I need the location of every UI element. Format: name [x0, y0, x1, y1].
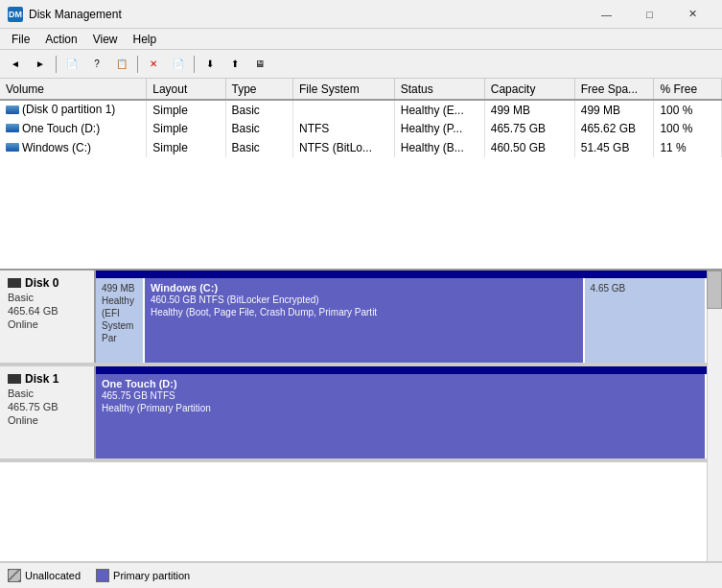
col-layout[interactable]: Layout: [147, 79, 225, 100]
vol-free-0: 499 MB: [574, 100, 654, 119]
window-controls: — □ ✕: [585, 0, 714, 29]
vol-status-1: Healthy (P...: [394, 119, 484, 138]
window-title: Disk Management: [29, 8, 585, 21]
disk-0-partitions: 499 MBHealthy (EFI System Par Windows (C…: [96, 270, 707, 363]
disk-view: Disk 0 Basic 465.64 GB Online 499 MBHeal…: [0, 270, 722, 561]
scrollbar-track[interactable]: [707, 270, 722, 561]
disk-0-partitions-row: 499 MBHealthy (EFI System Par Windows (C…: [96, 278, 707, 363]
toolbar-forward[interactable]: ►: [29, 54, 52, 75]
close-button[interactable]: ✕: [671, 0, 714, 29]
volume-row-1[interactable]: One Touch (D:) Simple Basic NTFS Healthy…: [0, 119, 722, 138]
vol-name-1: One Touch (D:): [0, 119, 147, 138]
vol-fs-1: NTFS: [293, 119, 395, 138]
disk-label-1: Disk 1 Basic 465.75 GB Online: [0, 366, 96, 459]
disk-0-p2-name: Windows (C:): [151, 282, 577, 294]
col-status[interactable]: Status: [394, 79, 484, 100]
vol-percent-1: 100 %: [654, 119, 722, 138]
legend: Unallocated Primary partition: [0, 561, 722, 588]
disk-0-partition-1[interactable]: 499 MBHealthy (EFI System Par: [96, 278, 145, 363]
vol-type-0: Basic: [225, 100, 293, 119]
disk-0-status: Online: [8, 318, 86, 330]
disk-0-bar: [96, 270, 707, 278]
legend-primary: Primary partition: [96, 569, 190, 582]
scrollbar-thumb[interactable]: [707, 270, 722, 309]
toolbar-separator-3: [194, 56, 195, 73]
menu-help[interactable]: Help: [126, 31, 165, 48]
disk-0-p3-detail: 4.65 GB: [591, 282, 699, 294]
vol-name-0: (Disk 0 partition 1): [0, 100, 147, 119]
disk-1-symbol: [8, 374, 21, 384]
toolbar-doc[interactable]: 📄: [60, 54, 83, 75]
menu-file[interactable]: File: [4, 31, 37, 48]
vol-layout-1: Simple: [147, 119, 225, 138]
disk-1-type: Basic: [8, 388, 86, 399]
disk-1-size: 465.75 GB: [8, 401, 86, 412]
legend-unallocated: Unallocated: [8, 569, 81, 582]
col-filesystem[interactable]: File System: [293, 79, 395, 100]
toolbar-down[interactable]: ⬇: [198, 54, 221, 75]
toolbar-help[interactable]: ?: [85, 54, 108, 75]
volume-row-2[interactable]: Windows (C:) Simple Basic NTFS (BitLo...…: [0, 138, 722, 157]
vol-capacity-0: 499 MB: [484, 100, 574, 119]
vol-fs-0: [293, 100, 395, 119]
toolbar: ◄ ► 📄 ? 📋 ✕ 📄 ⬇ ⬆ 🖥: [0, 50, 722, 79]
disk-1-partitions-row: One Touch (D:) 465.75 GB NTFSHealthy (Pr…: [96, 374, 707, 459]
toolbar-clipboard[interactable]: 📋: [110, 54, 133, 75]
vol-type-1: Basic: [225, 119, 293, 138]
legend-primary-color: [96, 569, 109, 582]
maximize-button[interactable]: □: [628, 0, 671, 29]
col-percent[interactable]: % Free: [654, 79, 722, 100]
vol-capacity-2: 460.50 GB: [484, 138, 574, 157]
legend-unallocated-label: Unallocated: [25, 570, 81, 581]
volume-row-0[interactable]: (Disk 0 partition 1) Simple Basic Health…: [0, 100, 722, 119]
volume-list: Volume Layout Type File System Status Ca…: [0, 79, 722, 270]
disk-0-name: Disk 0: [8, 276, 86, 290]
col-free[interactable]: Free Spa...: [574, 79, 654, 100]
disk-1-partitions: One Touch (D:) 465.75 GB NTFSHealthy (Pr…: [96, 366, 707, 459]
toolbar-separator-1: [56, 56, 57, 73]
disk-0-p1-detail: 499 MBHealthy (EFI System Par: [102, 282, 137, 344]
toolbar-delete[interactable]: ✕: [142, 54, 165, 75]
vol-layout-2: Simple: [147, 138, 225, 157]
disk-0-partition-2[interactable]: Windows (C:) 460.50 GB NTFS (BitLocker E…: [145, 278, 585, 363]
toolbar-up[interactable]: ⬆: [223, 54, 246, 75]
disk-1-bar: [96, 366, 707, 374]
menu-bar: File Action View Help: [0, 29, 722, 50]
disk-1-partition-1[interactable]: One Touch (D:) 465.75 GB NTFSHealthy (Pr…: [96, 374, 707, 459]
disk-row-0: Disk 0 Basic 465.64 GB Online 499 MBHeal…: [0, 270, 707, 366]
vol-status-0: Healthy (E...: [394, 100, 484, 119]
disk-0-size: 465.64 GB: [8, 305, 86, 317]
vol-free-1: 465.62 GB: [574, 119, 654, 138]
menu-action[interactable]: Action: [37, 31, 84, 48]
disk-0-type: Basic: [8, 292, 86, 303]
minimize-button[interactable]: —: [585, 0, 628, 29]
volume-table: Volume Layout Type File System Status Ca…: [0, 79, 722, 157]
app-icon: DM: [8, 7, 23, 22]
legend-unallocated-color: [8, 569, 21, 582]
main-content: Volume Layout Type File System Status Ca…: [0, 79, 722, 588]
col-capacity[interactable]: Capacity: [484, 79, 574, 100]
toolbar-import[interactable]: 📄: [167, 54, 190, 75]
title-bar: DM Disk Management — □ ✕: [0, 0, 722, 29]
disk-0-p2-detail: 460.50 GB NTFS (BitLocker Encrypted)Heal…: [151, 294, 577, 318]
vol-capacity-1: 465.75 GB: [484, 119, 574, 138]
toolbar-display[interactable]: 🖥: [248, 54, 271, 75]
vol-name-2: Windows (C:): [0, 138, 147, 157]
vol-status-2: Healthy (B...: [394, 138, 484, 157]
disk-symbol: [8, 278, 21, 288]
disk-0-partition-3[interactable]: 4.65 GB: [585, 278, 707, 363]
disk-label-0: Disk 0 Basic 465.64 GB Online: [0, 270, 96, 363]
vol-layout-0: Simple: [147, 100, 225, 119]
disk-1-p1-detail: 465.75 GB NTFSHealthy (Primary Partition: [102, 389, 699, 414]
menu-view[interactable]: View: [85, 31, 126, 48]
disk-1-status: Online: [8, 414, 86, 426]
legend-primary-label: Primary partition: [113, 570, 190, 581]
disk-1-name: Disk 1: [8, 372, 86, 386]
col-type[interactable]: Type: [225, 79, 293, 100]
disk-row-1: Disk 1 Basic 465.75 GB Online One Touch …: [0, 366, 707, 462]
vol-percent-0: 100 %: [654, 100, 722, 119]
toolbar-back[interactable]: ◄: [4, 54, 27, 75]
col-volume[interactable]: Volume: [0, 79, 147, 100]
vol-free-2: 51.45 GB: [574, 138, 654, 157]
vol-type-2: Basic: [225, 138, 293, 157]
